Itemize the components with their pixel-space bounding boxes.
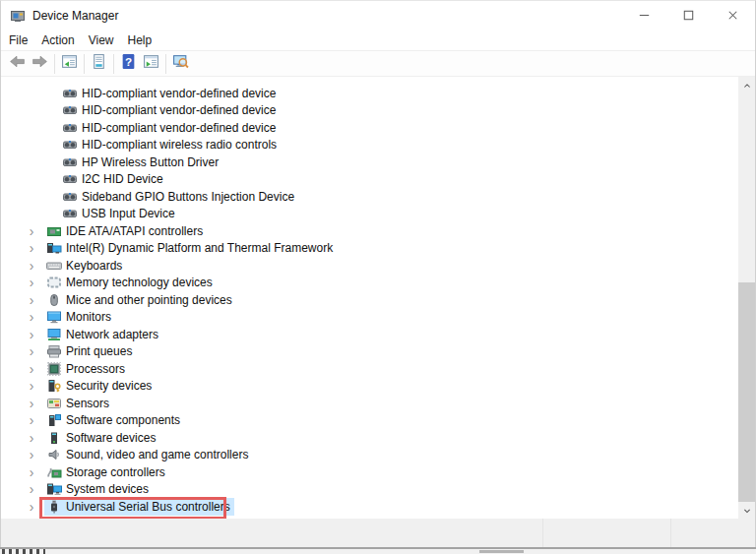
chevron-right-icon[interactable]: › (25, 482, 38, 496)
scrollbar-thumb[interactable] (738, 282, 755, 502)
tree-item[interactable]: ›Keyboards (1, 257, 738, 275)
keyboard-icon (46, 258, 62, 274)
hid-device-icon (62, 120, 78, 136)
tree-item-content: HID-compliant vendor-defined device (60, 101, 280, 119)
tree-item[interactable]: HP Wireless Button Driver (1, 154, 738, 171)
chevron-right-icon[interactable]: › (25, 431, 38, 445)
security-device-icon (46, 378, 62, 394)
menu-item-file[interactable]: File (2, 31, 34, 50)
show-console-tree-button[interactable] (58, 52, 81, 75)
software-component-icon (46, 412, 62, 428)
tree-item-content: Monitors (44, 308, 115, 326)
chevron-right-icon[interactable]: › (25, 259, 38, 273)
tree-item[interactable]: ›Monitors (1, 309, 738, 327)
chevron-right-icon[interactable]: › (25, 362, 38, 376)
tree-item[interactable]: ›Storage controllers (1, 463, 738, 481)
hid-device-icon (62, 154, 78, 170)
hid-device-icon (62, 206, 78, 221)
tree-item-content: Print queues (44, 342, 136, 360)
tree-item-label: I2C HID Device (82, 172, 163, 186)
action-pane-button[interactable] (140, 52, 162, 75)
tree-item[interactable]: ›Print queues (1, 343, 738, 361)
chevron-right-icon[interactable]: › (25, 448, 38, 462)
tree-item-label: System devices (66, 482, 149, 496)
chevron-right-icon[interactable]: › (25, 379, 38, 393)
toolbar-separator (113, 54, 114, 74)
toolbar-separator (54, 54, 55, 74)
tree-item[interactable]: ›Network adapters (1, 326, 738, 343)
chevron-right-icon[interactable]: › (25, 310, 38, 324)
scan-hardware-button[interactable] (169, 52, 192, 75)
chevron-right-icon[interactable]: › (25, 344, 38, 358)
minimize-button[interactable] (622, 1, 666, 30)
tree-item[interactable]: ›IDE ATA/ATAPI controllers (1, 222, 738, 240)
back-arrow-icon (9, 53, 26, 74)
tree-item[interactable]: ›Universal Serial Bus controllers (1, 498, 738, 516)
tree-item-label: Security devices (66, 379, 152, 393)
tree-item-label: Monitors (66, 310, 111, 324)
chevron-right-icon[interactable]: › (25, 500, 38, 514)
menu-item-help[interactable]: Help (121, 31, 159, 50)
tree-item[interactable]: ›Security devices (1, 378, 738, 396)
tree-item[interactable]: HID-compliant wireless radio controls (1, 137, 738, 154)
forward-button[interactable] (29, 52, 51, 75)
scroll-up-button[interactable] (738, 77, 755, 93)
tree-item[interactable]: ›Software devices (1, 429, 738, 447)
tree-item[interactable]: HID-compliant vendor-defined device (1, 85, 738, 102)
close-button[interactable] (711, 1, 755, 30)
tree-item[interactable]: HID-compliant vendor-defined device (1, 119, 738, 137)
tree-item[interactable]: USB Input Device (1, 206, 738, 223)
menu-item-view[interactable]: View (82, 31, 121, 50)
printer-icon (46, 343, 62, 359)
tree-item[interactable]: HID-compliant vendor-defined device (1, 102, 738, 120)
tree-item[interactable]: ›Sound, video and game controllers (1, 447, 738, 464)
properties-button[interactable] (88, 52, 110, 75)
tree-item-content: Sensors (44, 395, 113, 412)
menu-item-action[interactable]: Action (34, 31, 81, 50)
tree-item-label: HP Wireless Button Driver (82, 155, 219, 169)
chevron-right-icon[interactable]: › (25, 224, 38, 238)
tree-item[interactable]: ›Intel(R) Dynamic Platform and Thermal F… (1, 240, 738, 258)
tree-item[interactable]: I2C HID Device (1, 171, 738, 189)
chevron-right-icon[interactable]: › (25, 397, 38, 410)
chevron-right-icon[interactable]: › (25, 465, 38, 479)
device-manager-icon[interactable] (10, 8, 26, 24)
window-controls (622, 1, 755, 30)
tree-item-label: Keyboards (66, 259, 122, 273)
processor-icon (46, 361, 62, 377)
mouse-icon (46, 292, 62, 308)
hid-device-icon (62, 137, 78, 153)
status-bar (1, 519, 755, 547)
tree-item-content: Software devices (44, 429, 159, 447)
chevron-right-icon[interactable]: › (25, 328, 38, 341)
tree-item[interactable]: ›System devices (1, 481, 738, 499)
maximize-button[interactable] (666, 1, 711, 30)
chevron-right-icon[interactable]: › (25, 413, 38, 427)
usb-controller-icon (46, 499, 62, 515)
tree-item-label: Sensors (66, 397, 109, 410)
scan-hardware-icon (172, 53, 189, 74)
tree-item-content: System devices (44, 480, 153, 498)
back-button[interactable] (6, 52, 29, 75)
tree-item[interactable]: ›Memory technology devices (1, 275, 738, 292)
background-scrollbar-fragment (479, 550, 524, 553)
chevron-right-icon[interactable]: › (25, 241, 38, 255)
tree-item-content: Security devices (44, 377, 156, 395)
vertical-scrollbar[interactable] (738, 77, 755, 519)
tree-item[interactable]: ›Software components (1, 412, 738, 430)
tree-item[interactable]: ›Sensors (1, 395, 738, 412)
tree-item-content: HP Wireless Button Driver (60, 154, 222, 171)
minimize-icon (637, 8, 652, 23)
tree-item-content: HID-compliant wireless radio controls (60, 136, 281, 154)
tree-item-content: Keyboards (44, 257, 126, 275)
chevron-right-icon[interactable]: › (25, 276, 38, 289)
chevron-up-icon (741, 80, 753, 92)
help-button[interactable]: ? (117, 52, 140, 75)
storage-controller-icon (46, 464, 62, 480)
tree-item[interactable]: ›Mice and other pointing devices (1, 291, 738, 309)
tree-item[interactable]: ›Processors (1, 360, 738, 378)
tree-item[interactable]: Sideband GPIO Buttons Injection Device (1, 188, 738, 206)
chevron-right-icon[interactable]: › (25, 293, 38, 307)
tree-item-content: USB Input Device (60, 205, 179, 222)
scroll-down-button[interactable] (738, 502, 755, 519)
